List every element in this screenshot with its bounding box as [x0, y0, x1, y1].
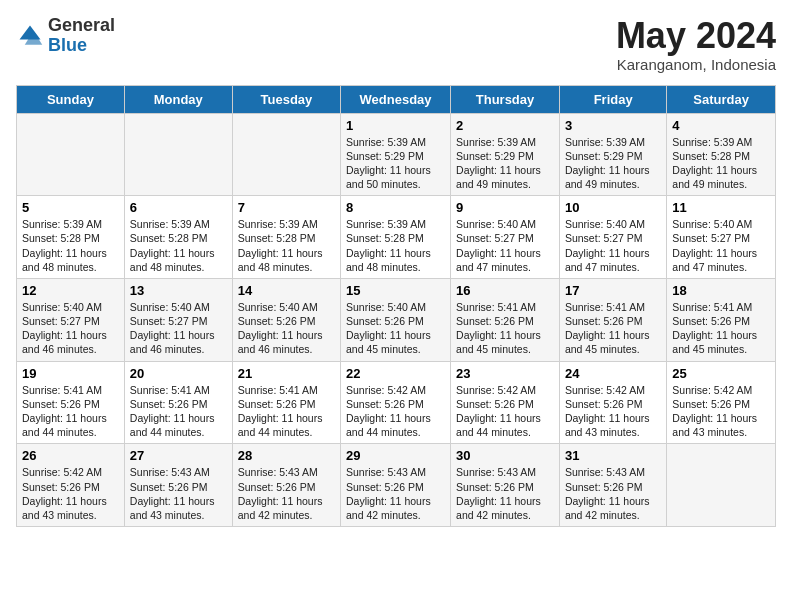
calendar-cell: 2Sunrise: 5:39 AM Sunset: 5:29 PM Daylig… — [451, 113, 560, 196]
day-number: 16 — [456, 283, 554, 298]
day-number: 7 — [238, 200, 335, 215]
calendar-header-row: SundayMondayTuesdayWednesdayThursdayFrid… — [17, 85, 776, 113]
col-header-sunday: Sunday — [17, 85, 125, 113]
day-info: Sunrise: 5:43 AM Sunset: 5:26 PM Dayligh… — [456, 465, 554, 522]
logo-icon — [16, 22, 44, 50]
day-info: Sunrise: 5:42 AM Sunset: 5:26 PM Dayligh… — [22, 465, 119, 522]
calendar-cell: 22Sunrise: 5:42 AM Sunset: 5:26 PM Dayli… — [341, 361, 451, 444]
calendar-cell: 5Sunrise: 5:39 AM Sunset: 5:28 PM Daylig… — [17, 196, 125, 279]
calendar-cell: 19Sunrise: 5:41 AM Sunset: 5:26 PM Dayli… — [17, 361, 125, 444]
day-info: Sunrise: 5:41 AM Sunset: 5:26 PM Dayligh… — [130, 383, 227, 440]
calendar-cell: 6Sunrise: 5:39 AM Sunset: 5:28 PM Daylig… — [124, 196, 232, 279]
calendar-cell: 7Sunrise: 5:39 AM Sunset: 5:28 PM Daylig… — [232, 196, 340, 279]
day-info: Sunrise: 5:43 AM Sunset: 5:26 PM Dayligh… — [565, 465, 661, 522]
day-info: Sunrise: 5:41 AM Sunset: 5:26 PM Dayligh… — [456, 300, 554, 357]
calendar-cell: 3Sunrise: 5:39 AM Sunset: 5:29 PM Daylig… — [559, 113, 666, 196]
col-header-thursday: Thursday — [451, 85, 560, 113]
day-number: 5 — [22, 200, 119, 215]
calendar-cell: 11Sunrise: 5:40 AM Sunset: 5:27 PM Dayli… — [667, 196, 776, 279]
col-header-monday: Monday — [124, 85, 232, 113]
logo: General Blue — [16, 16, 115, 56]
day-number: 23 — [456, 366, 554, 381]
day-number: 17 — [565, 283, 661, 298]
day-info: Sunrise: 5:39 AM Sunset: 5:28 PM Dayligh… — [22, 217, 119, 274]
day-number: 11 — [672, 200, 770, 215]
calendar-cell: 25Sunrise: 5:42 AM Sunset: 5:26 PM Dayli… — [667, 361, 776, 444]
day-info: Sunrise: 5:40 AM Sunset: 5:26 PM Dayligh… — [238, 300, 335, 357]
day-info: Sunrise: 5:40 AM Sunset: 5:27 PM Dayligh… — [22, 300, 119, 357]
day-info: Sunrise: 5:39 AM Sunset: 5:29 PM Dayligh… — [565, 135, 661, 192]
day-number: 31 — [565, 448, 661, 463]
col-header-wednesday: Wednesday — [341, 85, 451, 113]
day-info: Sunrise: 5:39 AM Sunset: 5:29 PM Dayligh… — [456, 135, 554, 192]
day-info: Sunrise: 5:40 AM Sunset: 5:26 PM Dayligh… — [346, 300, 445, 357]
day-info: Sunrise: 5:43 AM Sunset: 5:26 PM Dayligh… — [238, 465, 335, 522]
calendar-cell: 17Sunrise: 5:41 AM Sunset: 5:26 PM Dayli… — [559, 278, 666, 361]
calendar-cell: 26Sunrise: 5:42 AM Sunset: 5:26 PM Dayli… — [17, 444, 125, 527]
day-info: Sunrise: 5:41 AM Sunset: 5:26 PM Dayligh… — [565, 300, 661, 357]
calendar-cell: 8Sunrise: 5:39 AM Sunset: 5:28 PM Daylig… — [341, 196, 451, 279]
day-info: Sunrise: 5:41 AM Sunset: 5:26 PM Dayligh… — [672, 300, 770, 357]
calendar-cell — [667, 444, 776, 527]
day-number: 15 — [346, 283, 445, 298]
day-number: 4 — [672, 118, 770, 133]
logo-general-text: General — [48, 15, 115, 35]
day-number: 1 — [346, 118, 445, 133]
calendar-cell: 16Sunrise: 5:41 AM Sunset: 5:26 PM Dayli… — [451, 278, 560, 361]
day-info: Sunrise: 5:39 AM Sunset: 5:28 PM Dayligh… — [238, 217, 335, 274]
calendar-row: 26Sunrise: 5:42 AM Sunset: 5:26 PM Dayli… — [17, 444, 776, 527]
calendar-cell: 13Sunrise: 5:40 AM Sunset: 5:27 PM Dayli… — [124, 278, 232, 361]
calendar-cell: 10Sunrise: 5:40 AM Sunset: 5:27 PM Dayli… — [559, 196, 666, 279]
calendar-cell — [232, 113, 340, 196]
day-info: Sunrise: 5:43 AM Sunset: 5:26 PM Dayligh… — [130, 465, 227, 522]
day-info: Sunrise: 5:42 AM Sunset: 5:26 PM Dayligh… — [672, 383, 770, 440]
day-number: 26 — [22, 448, 119, 463]
day-info: Sunrise: 5:39 AM Sunset: 5:29 PM Dayligh… — [346, 135, 445, 192]
day-number: 28 — [238, 448, 335, 463]
calendar-cell: 1Sunrise: 5:39 AM Sunset: 5:29 PM Daylig… — [341, 113, 451, 196]
calendar-cell: 24Sunrise: 5:42 AM Sunset: 5:26 PM Dayli… — [559, 361, 666, 444]
calendar-row: 12Sunrise: 5:40 AM Sunset: 5:27 PM Dayli… — [17, 278, 776, 361]
day-info: Sunrise: 5:42 AM Sunset: 5:26 PM Dayligh… — [346, 383, 445, 440]
calendar-cell: 14Sunrise: 5:40 AM Sunset: 5:26 PM Dayli… — [232, 278, 340, 361]
day-number: 20 — [130, 366, 227, 381]
calendar-row: 19Sunrise: 5:41 AM Sunset: 5:26 PM Dayli… — [17, 361, 776, 444]
day-info: Sunrise: 5:42 AM Sunset: 5:26 PM Dayligh… — [456, 383, 554, 440]
day-number: 6 — [130, 200, 227, 215]
calendar-cell — [17, 113, 125, 196]
col-header-friday: Friday — [559, 85, 666, 113]
calendar-cell: 4Sunrise: 5:39 AM Sunset: 5:28 PM Daylig… — [667, 113, 776, 196]
calendar-cell: 9Sunrise: 5:40 AM Sunset: 5:27 PM Daylig… — [451, 196, 560, 279]
day-number: 2 — [456, 118, 554, 133]
day-info: Sunrise: 5:41 AM Sunset: 5:26 PM Dayligh… — [22, 383, 119, 440]
calendar-table: SundayMondayTuesdayWednesdayThursdayFrid… — [16, 85, 776, 527]
calendar-body: 1Sunrise: 5:39 AM Sunset: 5:29 PM Daylig… — [17, 113, 776, 526]
day-number: 25 — [672, 366, 770, 381]
day-number: 9 — [456, 200, 554, 215]
day-info: Sunrise: 5:40 AM Sunset: 5:27 PM Dayligh… — [565, 217, 661, 274]
calendar-row: 5Sunrise: 5:39 AM Sunset: 5:28 PM Daylig… — [17, 196, 776, 279]
calendar-cell: 12Sunrise: 5:40 AM Sunset: 5:27 PM Dayli… — [17, 278, 125, 361]
calendar-cell: 31Sunrise: 5:43 AM Sunset: 5:26 PM Dayli… — [559, 444, 666, 527]
calendar-title: May 2024 — [616, 16, 776, 56]
day-number: 13 — [130, 283, 227, 298]
day-info: Sunrise: 5:40 AM Sunset: 5:27 PM Dayligh… — [456, 217, 554, 274]
day-number: 27 — [130, 448, 227, 463]
calendar-subtitle: Karanganom, Indonesia — [616, 56, 776, 73]
calendar-cell — [124, 113, 232, 196]
page-header: General Blue May 2024 Karanganom, Indone… — [16, 16, 776, 73]
col-header-saturday: Saturday — [667, 85, 776, 113]
calendar-cell: 15Sunrise: 5:40 AM Sunset: 5:26 PM Dayli… — [341, 278, 451, 361]
calendar-cell: 21Sunrise: 5:41 AM Sunset: 5:26 PM Dayli… — [232, 361, 340, 444]
day-info: Sunrise: 5:40 AM Sunset: 5:27 PM Dayligh… — [672, 217, 770, 274]
calendar-cell: 30Sunrise: 5:43 AM Sunset: 5:26 PM Dayli… — [451, 444, 560, 527]
day-number: 3 — [565, 118, 661, 133]
calendar-cell: 18Sunrise: 5:41 AM Sunset: 5:26 PM Dayli… — [667, 278, 776, 361]
day-info: Sunrise: 5:39 AM Sunset: 5:28 PM Dayligh… — [672, 135, 770, 192]
day-number: 14 — [238, 283, 335, 298]
calendar-row: 1Sunrise: 5:39 AM Sunset: 5:29 PM Daylig… — [17, 113, 776, 196]
day-info: Sunrise: 5:41 AM Sunset: 5:26 PM Dayligh… — [238, 383, 335, 440]
day-number: 29 — [346, 448, 445, 463]
day-info: Sunrise: 5:39 AM Sunset: 5:28 PM Dayligh… — [346, 217, 445, 274]
calendar-cell: 20Sunrise: 5:41 AM Sunset: 5:26 PM Dayli… — [124, 361, 232, 444]
